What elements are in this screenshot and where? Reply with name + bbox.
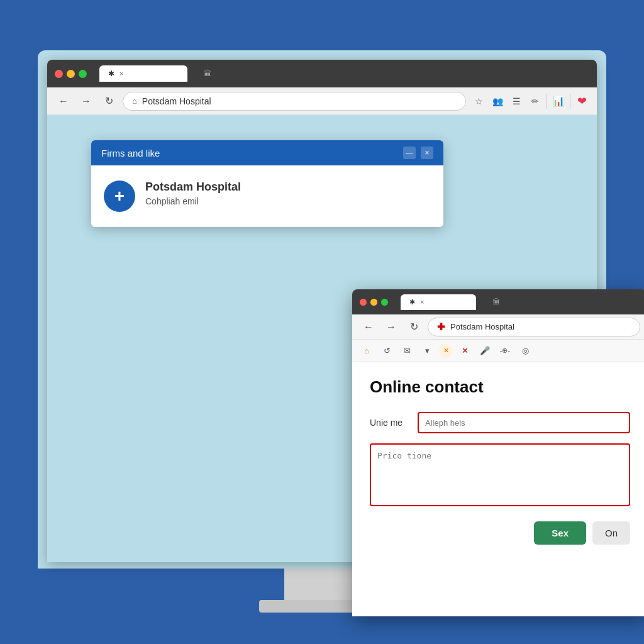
active-tab-front[interactable]: ✱ × (401, 294, 476, 310)
dialog-title: Firms and like (101, 148, 160, 158)
refresh-btn-front[interactable]: ↻ (405, 318, 423, 336)
address-text: Potsdam Hospital (142, 96, 211, 106)
dialog-body: + Potsdam Hospital Cohpliah emil (91, 165, 443, 227)
address-bar-back[interactable]: ⌂ Potsdam Hospital (123, 92, 466, 111)
hospital-name: Potsdam Hospital (145, 180, 241, 194)
toolbar-divider (547, 94, 547, 109)
circle-icon[interactable]: ◎ (517, 343, 533, 359)
maximize-window-front-btn[interactable] (381, 299, 388, 306)
inactive-tab-front[interactable]: 🏛 (484, 294, 509, 310)
heart-icon[interactable]: ❤ (574, 94, 589, 109)
hospital-plus-icon: + (104, 180, 135, 212)
description-textarea[interactable] (370, 443, 630, 506)
form-buttons: Sex On (370, 521, 630, 545)
refresh2-icon[interactable]: ↺ (379, 343, 395, 359)
active-tab[interactable]: ✱ × (99, 65, 187, 82)
tab-favicon-front: ✱ (409, 298, 415, 306)
browser-window-front: ✱ × 🏛 ← → ↻ ✚ Potsdam Hospital ⌂ ↺ ✉ ▾ ✕… (352, 289, 644, 616)
toolbar-front: ← → ↻ ✚ Potsdam Hospital (352, 314, 644, 340)
people-icon[interactable]: 👥 (490, 94, 505, 109)
alert-circle-icon[interactable]: ✕ (439, 344, 453, 358)
home-warning-icon[interactable]: ⌂ (358, 343, 375, 359)
mail-icon[interactable]: ✉ (399, 343, 415, 359)
dialog-close-btn[interactable]: × (421, 147, 433, 159)
list-icon[interactable]: ☰ (509, 94, 524, 109)
address-front-text: Potsdam Hospital (450, 322, 514, 331)
username-input[interactable] (418, 412, 630, 433)
stop-icon[interactable]: ✕ (457, 343, 473, 359)
toolbar-divider2 (570, 94, 570, 109)
close-window-front-btn[interactable] (360, 299, 367, 306)
second-toolbar: ⌂ ↺ ✉ ▾ ✕ ✕ 🎤 -⊕- ◎ (352, 340, 644, 362)
hospital-subtitle: Cohpliah emil (145, 196, 241, 206)
tab-close-front-btn[interactable]: × (420, 298, 424, 306)
traffic-lights-back (55, 70, 87, 78)
inactive-tab-icon: 🏛 (204, 69, 211, 78)
edit-icon[interactable]: ✏ (528, 94, 543, 109)
red-cross-icon: ✚ (437, 321, 445, 333)
username-row: Unie me (370, 412, 630, 433)
username-label: Unie me (370, 418, 408, 428)
chart-icon[interactable]: 📊 (551, 94, 566, 109)
forward-btn[interactable]: → (77, 92, 95, 110)
inactive-tab-front-icon: 🏛 (492, 297, 500, 306)
forward-btn-front[interactable]: → (382, 318, 400, 336)
refresh-btn[interactable]: ↻ (100, 92, 118, 110)
traffic-lights-front (360, 299, 388, 306)
titlebar-back: ✱ × 🏛 (47, 60, 597, 87)
dialog-minimize-btn[interactable]: — (403, 147, 416, 159)
toolbar-icons-back: ☆ 👥 ☰ ✏ 📊 ❤ (471, 94, 589, 109)
dialog-header-buttons: — × (403, 147, 433, 159)
form-title: Online contact (370, 377, 630, 397)
back-btn-front[interactable]: ← (360, 318, 377, 336)
submit-button[interactable]: Sex (534, 521, 586, 545)
dialog-info: Potsdam Hospital Cohpliah emil (145, 180, 241, 206)
add-tab-icon[interactable]: -⊕- (497, 343, 513, 359)
address-bar-front[interactable]: ✚ Potsdam Hospital (428, 318, 640, 336)
back-btn[interactable]: ← (55, 92, 72, 110)
toolbar-back: ← → ↻ ⌂ Potsdam Hospital ☆ 👥 ☰ ✏ 📊 ❤ (47, 87, 597, 115)
close-window-btn[interactable] (55, 70, 63, 78)
minimize-window-btn[interactable] (67, 70, 75, 78)
star-icon[interactable]: ☆ (471, 94, 486, 109)
mail-dropdown-icon[interactable]: ▾ (419, 343, 435, 359)
inactive-tab[interactable]: 🏛 (195, 65, 220, 82)
mic-icon[interactable]: 🎤 (477, 343, 493, 359)
maximize-window-btn[interactable] (79, 70, 87, 78)
titlebar-front: ✱ × 🏛 (352, 289, 644, 314)
firms-dialog: Firms and like — × + Potsdam Hospital Co… (91, 140, 443, 227)
tab-close-btn[interactable]: × (119, 70, 123, 77)
form-content: Online contact Unie me Sex On (352, 362, 644, 560)
home-icon: ⌂ (132, 96, 137, 106)
secondary-button[interactable]: On (592, 521, 630, 545)
tab-favicon: ✱ (108, 69, 114, 78)
minimize-window-front-btn[interactable] (370, 299, 377, 306)
dialog-header: Firms and like — × (91, 140, 443, 165)
